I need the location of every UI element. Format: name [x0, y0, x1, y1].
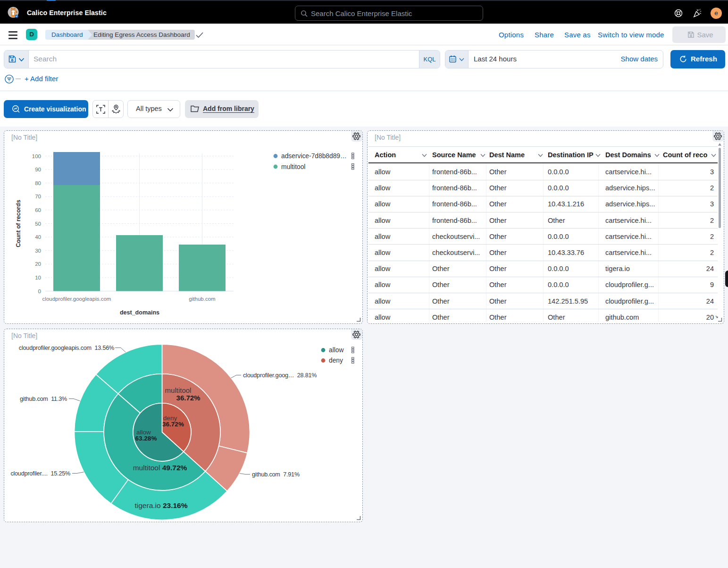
svg-text:github.com 7.91%: github.com 7.91% [252, 471, 300, 477]
svg-text:allow: allow [329, 347, 343, 354]
svg-text:multitool: multitool [165, 386, 192, 394]
svg-text:github.com: github.com [189, 296, 215, 302]
svg-text:cloudprofiler.... 15.25%: cloudprofiler.... 15.25% [10, 470, 70, 476]
svg-text:cloudprofiler.googleapis.com: cloudprofiler.googleapis.com 13.56% [19, 344, 114, 351]
svg-text:36.72%: 36.72% [176, 393, 201, 401]
svg-text:90: 90 [35, 167, 41, 172]
svg-text:80: 80 [35, 180, 41, 186]
svg-text:10: 10 [35, 274, 41, 280]
svg-text:20: 20 [35, 261, 41, 267]
svg-text:40: 40 [35, 234, 41, 240]
svg-text:70: 70 [35, 194, 41, 199]
svg-text:100: 100 [32, 153, 41, 159]
svg-text:63.28%: 63.28% [135, 434, 157, 441]
svg-text:adservice-7d8b8d89…: adservice-7d8b8d89… [281, 153, 347, 160]
svg-text:multitool: multitool [281, 163, 305, 170]
svg-text:cloudprofiler.goog… 28.81%: cloudprofiler.goog… 28.81% [243, 372, 317, 378]
svg-text:cloudprofiler.googleapis.com: cloudprofiler.googleapis.com [42, 296, 111, 302]
svg-text:30: 30 [35, 247, 41, 253]
svg-text:36.72%: 36.72% [162, 420, 184, 427]
svg-text:Count of records: Count of records [15, 200, 22, 247]
svg-text:0: 0 [38, 288, 41, 294]
svg-text:tigera.io 23.16%: tigera.io 23.16% [134, 501, 187, 509]
svg-text:deny: deny [329, 357, 343, 364]
svg-text:dest_domains: dest_domains [120, 309, 159, 316]
svg-text:multitool 49.72%: multitool 49.72% [133, 464, 187, 472]
svg-text:50: 50 [35, 220, 41, 226]
svg-text:60: 60 [35, 207, 41, 212]
svg-text:github.com 11.3%: github.com 11.3% [20, 395, 67, 402]
